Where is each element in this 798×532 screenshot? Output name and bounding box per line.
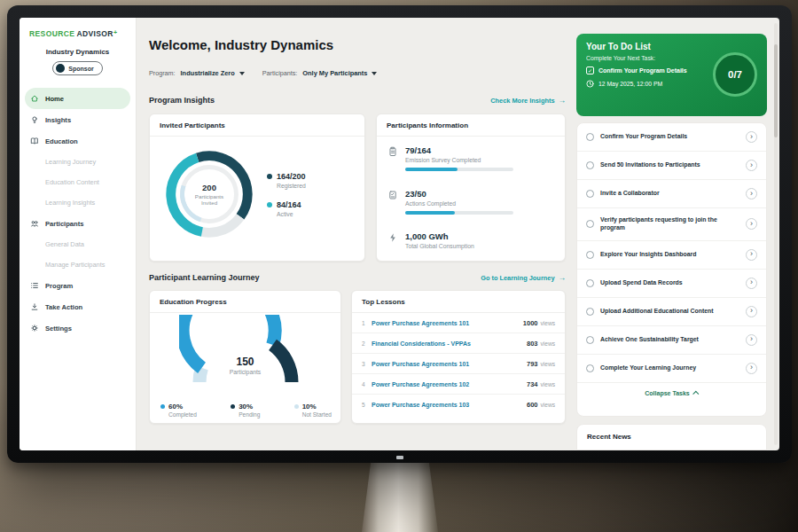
task-chevron-button[interactable]: › [746, 249, 757, 261]
legend-active: 84/164 Active [267, 200, 306, 217]
metric-label: Actions Completed [405, 200, 513, 207]
task-checkbox[interactable] [586, 251, 594, 259]
task-checkbox[interactable] [586, 190, 594, 198]
task-row[interactable]: Upload Additional Educational Content › [577, 298, 766, 326]
task-chevron-button[interactable]: › [746, 363, 757, 374]
task-chevron-button[interactable]: › [746, 278, 757, 289]
task-chevron-button[interactable]: › [746, 131, 757, 143]
legend-dot [267, 202, 272, 207]
task-row[interactable]: Upload Spend Data Records › [577, 270, 766, 298]
lesson-row[interactable]: 4 Power Purchase Agreements 102 734 view… [352, 374, 565, 395]
progress-bar [405, 168, 513, 171]
task-chevron-button[interactable]: › [746, 334, 757, 346]
task-row[interactable]: Explore Your Insights Dashboard › [577, 241, 766, 270]
sidebar-item-program[interactable]: Program [20, 275, 136, 296]
task-checkbox[interactable] [586, 364, 594, 372]
gauge-center: 150 Participants [179, 356, 312, 375]
dashboard-app: RESOURCEADVISOR+ Industry Dynamics Spons… [20, 18, 779, 450]
arrow-right-icon: → [559, 96, 567, 105]
download-arrow-icon [30, 302, 39, 311]
logo-plus: + [113, 29, 118, 35]
task-checkbox[interactable] [586, 279, 594, 287]
task-checkbox[interactable] [586, 220, 594, 228]
chevron-up-icon [692, 391, 699, 397]
task-row[interactable]: Confirm Your Program Details › [577, 123, 766, 152]
task-row[interactable]: Send 50 Invitations to Participants › [577, 152, 766, 180]
go-to-learning-journey-link[interactable]: Go to Learning Journey→ [481, 273, 566, 282]
task-checkbox[interactable] [586, 308, 594, 316]
sidebar-item-education[interactable]: Education [20, 130, 136, 152]
lesson-title-link[interactable]: Power Purchase Agreements 101 [372, 320, 523, 326]
sponsor-badge-wrap: Sponsor [20, 61, 136, 75]
task-checkbox[interactable] [586, 133, 594, 141]
section-title: Program Insights [149, 96, 215, 105]
sidebar-item-manage-participants[interactable]: Manage Participants [20, 254, 136, 275]
sidebar-item-learning-insights[interactable]: Learning Insights [20, 192, 136, 213]
org-name: Industry Dynamics [20, 48, 136, 56]
scrollbar-thumb[interactable] [774, 44, 778, 137]
sidebar-item-general-data[interactable]: General Data [20, 234, 136, 254]
home-icon [30, 94, 39, 103]
participants-filter-dropdown[interactable]: Only My Participants [302, 69, 377, 77]
chevron-down-icon [239, 72, 245, 75]
sidebar-item-education-content[interactable]: Education Content [20, 172, 136, 192]
todo-next-task: Confirm Your Program Details [598, 67, 687, 74]
lessons-list: 1 Power Purchase Agreements 101 1000 vie… [352, 313, 565, 414]
task-row[interactable]: Achieve One Sustainability Target › [577, 326, 766, 355]
recent-news-card: Recent News [576, 424, 767, 450]
sidebar-item-insights[interactable]: Insights [20, 109, 136, 130]
arrow-right-icon: → [559, 273, 567, 282]
nav-label: Home [45, 95, 64, 103]
legend-dot [160, 404, 165, 409]
metric-value: 79/164 [405, 145, 513, 155]
sidebar-item-take-action[interactable]: Take Action [20, 296, 136, 317]
people-icon [30, 219, 39, 228]
scrollbar[interactable] [774, 23, 778, 445]
todo-next-task-row[interactable]: ✓ Confirm Your Program Details [586, 66, 705, 74]
survey-icon [387, 146, 398, 157]
program-filter-dropdown[interactable]: Industrialize Zero [181, 69, 245, 77]
task-checkbox[interactable] [586, 161, 594, 169]
education-progress-card: Education Progress 150 Participants 60%C… [149, 290, 341, 424]
lesson-row[interactable]: 5 Power Purchase Agreements 103 600 view… [352, 395, 565, 414]
sidebar-item-settings[interactable]: Settings [20, 317, 136, 339]
nav-label: Education [45, 137, 78, 145]
gauge-center-value: 150 [179, 356, 312, 368]
power-led [396, 456, 403, 459]
program-filter-value: Industrialize Zero [181, 69, 235, 77]
task-chevron-button[interactable]: › [746, 160, 757, 171]
sidebar-item-learning-journey[interactable]: Learning Journey [20, 152, 136, 172]
lesson-title-link[interactable]: Power Purchase Agreements 101 [372, 361, 527, 367]
lesson-title-link[interactable]: Power Purchase Agreements 102 [372, 381, 527, 387]
invited-card-body: 200 Participants Invited 164/200 Registe… [150, 137, 364, 252]
lesson-title-link[interactable]: Power Purchase Agreements 103 [372, 402, 527, 408]
task-row[interactable]: Verify participants requesting to join t… [577, 208, 766, 241]
sidebar-item-home[interactable]: Home [25, 88, 130, 109]
invited-legend: 164/200 Registered 84/164 Active [267, 172, 306, 217]
task-row[interactable]: Complete Your Learning Journey › [577, 355, 766, 383]
monitor-stand [362, 461, 438, 532]
section-title: Participant Learning Journey [149, 273, 260, 282]
collapse-tasks-button[interactable]: Collapse Tasks [577, 383, 766, 403]
todo-task-list: Confirm Your Program Details › Send 50 I… [576, 122, 767, 417]
chevron-down-icon [372, 72, 377, 75]
task-chevron-button[interactable]: › [746, 306, 757, 317]
task-checkbox[interactable] [586, 336, 594, 344]
sponsor-badge[interactable]: Sponsor [52, 61, 102, 75]
check-more-insights-link[interactable]: Check More Insights→ [490, 96, 566, 105]
task-chevron-button[interactable]: › [746, 218, 757, 230]
lesson-row[interactable]: 2 Financial Considerations - VPPAs 803 v… [352, 333, 565, 354]
progress-bar-fill [405, 211, 455, 215]
main-content: Welcome, Industry Dynamics Program: Indu… [137, 18, 576, 450]
consumption-row: 1,000 GWh Total Global Consumption [387, 231, 554, 249]
task-row[interactable]: Invite a Collaborator › [577, 180, 766, 208]
lesson-row[interactable]: 1 Power Purchase Agreements 101 1000 vie… [352, 313, 565, 333]
lesson-title-link[interactable]: Financial Considerations - VPPAs [372, 340, 527, 347]
sidebar-item-participants[interactable]: Participants [20, 213, 136, 234]
book-icon [30, 137, 39, 145]
card-title: Invited Participants [150, 114, 364, 137]
logo-text-resource: RESOURCE [29, 29, 74, 38]
lesson-row[interactable]: 3 Power Purchase Agreements 101 793 view… [352, 354, 565, 374]
participants-filter-label: Participants: [262, 69, 298, 77]
task-chevron-button[interactable]: › [746, 188, 757, 200]
